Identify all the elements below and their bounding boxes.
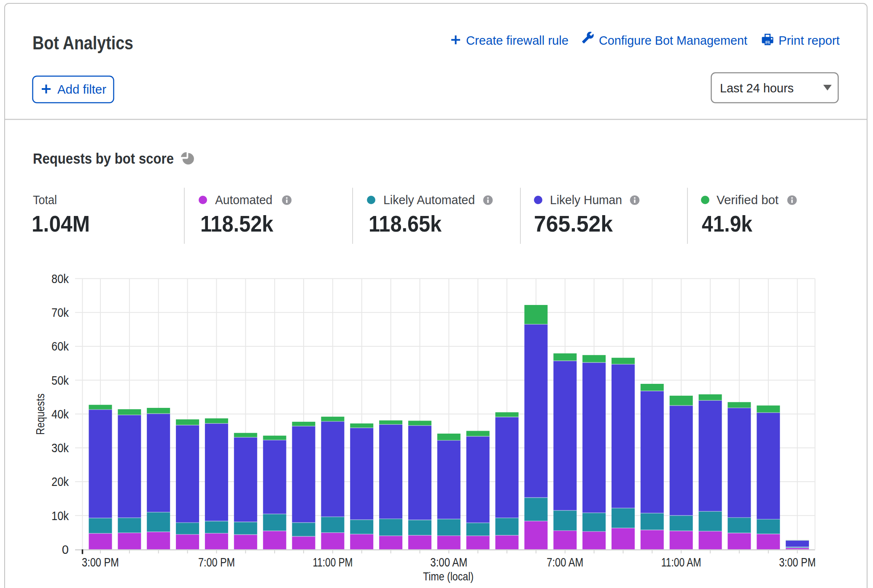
svg-text:Print report: Print report: [779, 34, 840, 47]
svg-text:Create firewall rule: Create firewall rule: [466, 34, 569, 47]
svg-text:0: 0: [62, 543, 69, 556]
svg-text:Add filter: Add filter: [57, 82, 106, 96]
svg-text:Requests: Requests: [34, 394, 47, 435]
svg-text:Verified bot: Verified bot: [717, 193, 779, 207]
svg-text:3:00 AM: 3:00 AM: [430, 556, 467, 569]
svg-text:30k: 30k: [51, 441, 69, 455]
svg-text:1.04M: 1.04M: [32, 211, 90, 236]
svg-text:41.9k: 41.9k: [702, 211, 753, 236]
svg-text:70k: 70k: [51, 306, 69, 319]
svg-text:20k: 20k: [51, 475, 69, 488]
svg-text:3:00 PM: 3:00 PM: [779, 556, 816, 569]
svg-text:7:00 PM: 7:00 PM: [198, 556, 235, 569]
svg-text:Likely Automated: Likely Automated: [383, 193, 475, 207]
svg-text:Configure Bot Management: Configure Bot Management: [599, 34, 747, 47]
svg-text:765.52k: 765.52k: [534, 211, 613, 236]
svg-text:118.52k: 118.52k: [200, 211, 274, 236]
svg-text:Last 24 hours: Last 24 hours: [720, 81, 794, 95]
svg-text:80k: 80k: [51, 272, 69, 286]
svg-text:Time (local): Time (local): [423, 570, 474, 583]
svg-text:Requests by bot score: Requests by bot score: [33, 150, 174, 167]
svg-text:11:00 AM: 11:00 AM: [661, 556, 701, 569]
svg-text:7:00 AM: 7:00 AM: [547, 556, 583, 569]
svg-text:Likely Human: Likely Human: [550, 193, 622, 207]
svg-text:Total: Total: [33, 193, 57, 207]
svg-text:3:00 PM: 3:00 PM: [82, 556, 119, 569]
svg-text:40k: 40k: [51, 407, 69, 421]
svg-text:118.65k: 118.65k: [369, 211, 442, 236]
svg-text:60k: 60k: [51, 340, 69, 353]
svg-text:50k: 50k: [51, 374, 69, 387]
svg-text:Bot Analytics: Bot Analytics: [32, 32, 133, 53]
svg-text:10k: 10k: [51, 509, 69, 523]
svg-text:11:00 PM: 11:00 PM: [313, 556, 353, 569]
svg-text:Automated: Automated: [215, 193, 272, 207]
